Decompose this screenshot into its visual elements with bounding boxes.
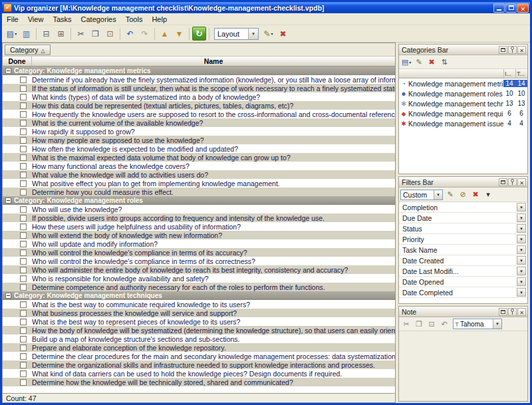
category-item[interactable]: ◆Knowledge management requirements66 bbox=[399, 108, 527, 118]
filters-bar-close-button[interactable] bbox=[517, 178, 526, 186]
close-button[interactable] bbox=[517, 3, 529, 13]
task-row[interactable]: How many people are supposed to use the … bbox=[3, 136, 395, 144]
font-selector[interactable]: Tahoma ▼ bbox=[453, 319, 502, 329]
task-row[interactable]: How frequently the knowledge users are s… bbox=[3, 110, 395, 118]
new-category-button[interactable]: ▤▾ bbox=[400, 57, 412, 68]
cut-button[interactable]: ✂ bbox=[74, 27, 88, 41]
column-header-name[interactable]: Name bbox=[32, 57, 395, 66]
task-checkbox[interactable] bbox=[20, 370, 27, 377]
task-row[interactable]: How often the knowledge is expected to b… bbox=[3, 144, 395, 153]
filter-field-row[interactable]: Completion▼ bbox=[399, 202, 527, 213]
task-checkbox[interactable] bbox=[20, 111, 27, 118]
customize-columns-button[interactable]: ✎▾ bbox=[261, 27, 275, 41]
collapse-icon[interactable] bbox=[5, 68, 11, 74]
task-row[interactable]: Who is responsible for knowledge availab… bbox=[3, 274, 395, 283]
category-group-row[interactable]: Category: Knowledge management roles bbox=[3, 196, 395, 205]
filter-field-row[interactable]: Status▼ bbox=[399, 223, 527, 234]
task-checkbox[interactable] bbox=[20, 275, 27, 282]
category-item[interactable]: ◔Knowledge management metrics1414 bbox=[399, 78, 527, 88]
delete-category-button[interactable]: ✖ bbox=[426, 57, 438, 68]
task-checkbox[interactable] bbox=[20, 76, 27, 83]
filter-field-row[interactable]: Date Created▼ bbox=[399, 255, 527, 266]
note-content[interactable] bbox=[399, 331, 527, 401]
task-row[interactable]: What positive effect you plan to get fro… bbox=[3, 179, 395, 188]
chevron-down-icon[interactable]: ▼ bbox=[493, 319, 501, 329]
task-checkbox[interactable] bbox=[20, 120, 27, 126]
task-row[interactable]: How many functional areas the knowledge … bbox=[3, 162, 395, 170]
task-checkbox[interactable] bbox=[20, 319, 27, 325]
task-checkbox[interactable] bbox=[20, 344, 27, 351]
edit-category-button[interactable]: ✎ bbox=[413, 57, 425, 68]
note-copy-button[interactable]: ❐ bbox=[413, 319, 425, 330]
filter-value-dropdown[interactable]: ▼ bbox=[517, 245, 526, 254]
task-row[interactable]: Who will extend the body of knowledge wi… bbox=[3, 231, 395, 239]
task-checkbox[interactable] bbox=[20, 232, 27, 239]
move-down-button[interactable]: ▼ bbox=[172, 27, 186, 41]
title-bar[interactable]: Vip organizer [M:\Knowledge management c… bbox=[2, 2, 530, 13]
task-checkbox[interactable] bbox=[20, 362, 27, 368]
task-row[interactable]: Determine competence and authority neces… bbox=[3, 283, 395, 291]
categories-bar-pin-button[interactable] bbox=[508, 46, 517, 54]
task-checkbox[interactable] bbox=[20, 301, 27, 308]
task-checkbox[interactable] bbox=[20, 249, 27, 256]
filter-value-dropdown[interactable]: ▼ bbox=[517, 277, 526, 286]
task-row[interactable]: What value the knowledge will add to act… bbox=[3, 170, 395, 179]
task-row[interactable]: What business processes the knowledge wi… bbox=[3, 309, 395, 317]
task-checkbox[interactable] bbox=[20, 154, 27, 161]
task-checkbox[interactable] bbox=[20, 146, 27, 152]
task-row[interactable]: Determine how the knowledge will be tech… bbox=[3, 378, 395, 386]
task-checkbox[interactable] bbox=[20, 379, 27, 386]
task-checkbox[interactable] bbox=[20, 284, 27, 291]
task-checkbox[interactable] bbox=[20, 327, 27, 334]
categories-count-column-1[interactable]: I... bbox=[503, 69, 515, 78]
note-header[interactable]: Note bbox=[399, 307, 527, 317]
category-item[interactable]: ☻Knowledge management roles1010 bbox=[399, 88, 527, 98]
menu-item-categories[interactable]: Categories bbox=[76, 14, 121, 25]
task-row[interactable]: Who will control the knowledge's complia… bbox=[3, 257, 395, 265]
category-order-button[interactable]: ⇅ bbox=[438, 57, 450, 68]
task-row[interactable]: What kind of data carriers can be used t… bbox=[3, 369, 395, 378]
task-row[interactable]: How this data could be represented (text… bbox=[3, 101, 395, 110]
task-checkbox[interactable] bbox=[20, 267, 27, 273]
task-checkbox[interactable] bbox=[20, 223, 27, 230]
print-button[interactable]: ⊟ bbox=[39, 27, 53, 41]
note-paste-button[interactable]: ⊡ bbox=[426, 319, 438, 330]
note-cut-button[interactable]: ✂ bbox=[400, 319, 412, 330]
task-checkbox[interactable] bbox=[20, 336, 27, 342]
filters-bar-pin-button[interactable] bbox=[508, 178, 517, 186]
menu-item-file[interactable]: File bbox=[2, 14, 23, 25]
filter-field-row[interactable]: Date Opened▼ bbox=[399, 277, 527, 287]
category-item[interactable]: ✱Knowledge management issues to protect … bbox=[399, 118, 527, 128]
filter-value-dropdown[interactable]: ▼ bbox=[517, 267, 526, 275]
task-row[interactable]: How rapidly it supposed to grow? bbox=[3, 127, 395, 136]
layout-combo[interactable]: Layout▼ bbox=[214, 28, 259, 40]
menu-item-view[interactable]: View bbox=[23, 14, 49, 25]
filters-bar-menu-button[interactable] bbox=[499, 178, 507, 186]
filter-value-dropdown[interactable]: ▼ bbox=[517, 203, 526, 211]
filter-field-row[interactable]: Task Name▼ bbox=[399, 245, 527, 255]
group-by-category-button[interactable]: Category bbox=[5, 45, 51, 55]
chevron-down-icon[interactable]: ▼ bbox=[434, 190, 442, 200]
filter-field-row[interactable]: Due Date▼ bbox=[399, 213, 527, 223]
task-checkbox[interactable] bbox=[20, 241, 27, 247]
task-row[interactable]: Who will use the knowledge? bbox=[3, 205, 395, 213]
category-group-row[interactable]: Category: Knowledge management technique… bbox=[3, 291, 395, 300]
column-header-done[interactable]: Done bbox=[3, 57, 32, 66]
task-row[interactable]: What is the maximal expected data volume… bbox=[3, 153, 395, 162]
clear-filter-button[interactable]: ⊘ bbox=[457, 189, 469, 200]
undo-button[interactable]: ↶ bbox=[123, 27, 137, 41]
copy-button[interactable]: ❐ bbox=[88, 27, 102, 41]
task-row[interactable]: How the body of knowledge will be system… bbox=[3, 326, 395, 335]
note-close-button[interactable] bbox=[517, 308, 526, 316]
filter-field-row[interactable]: Date Completed▼ bbox=[399, 287, 527, 298]
collapse-icon[interactable] bbox=[5, 293, 11, 299]
task-checkbox[interactable] bbox=[20, 128, 27, 135]
task-checkbox[interactable] bbox=[20, 353, 27, 360]
task-checkbox[interactable] bbox=[20, 258, 27, 265]
task-row[interactable]: Who will update and modify information? bbox=[3, 239, 395, 248]
new-task-button[interactable]: ▤▾ bbox=[5, 27, 19, 41]
task-row[interactable]: Who will control the knowledge's complia… bbox=[3, 248, 395, 257]
menu-item-help[interactable]: Help bbox=[147, 14, 172, 25]
filter-value-dropdown[interactable]: ▼ bbox=[517, 256, 526, 265]
task-checkbox[interactable] bbox=[20, 310, 27, 317]
